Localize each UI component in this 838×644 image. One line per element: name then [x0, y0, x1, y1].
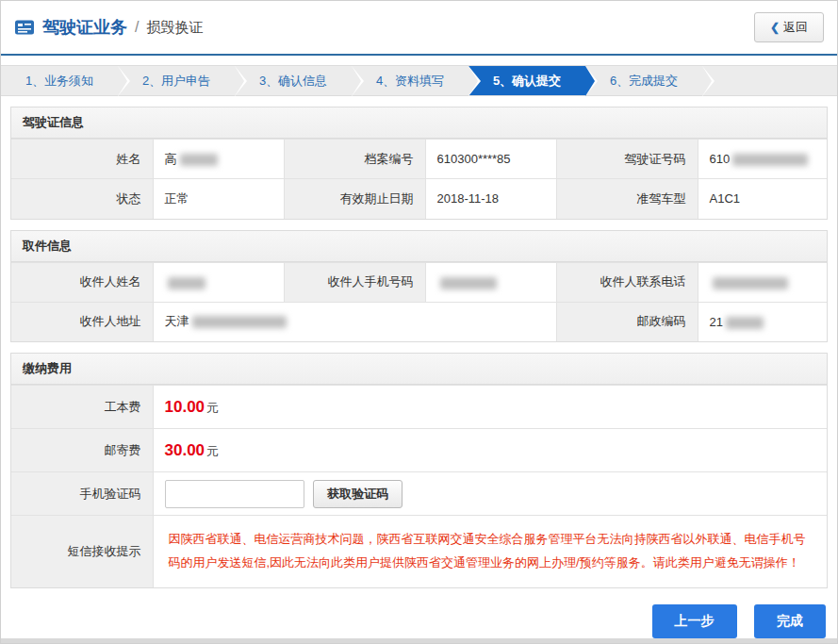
redaction-blur — [168, 277, 205, 289]
status-label: 状态 — [11, 179, 153, 219]
sms-notice-cell: 因陕西省联通、电信运营商技术问题，陕西省互联网交通安全综合服务管理平台无法向持陕… — [153, 516, 827, 587]
valid-until-label: 有效期止日期 — [284, 179, 425, 219]
production-fee-label: 工本费 — [11, 386, 153, 429]
redaction-blur — [732, 154, 808, 166]
sms-notice-text: 因陕西省联通、电信运营商技术问题，陕西省互联网交通安全综合服务管理平台无法向持陕… — [165, 519, 816, 584]
postal-code-value: 21 — [698, 302, 827, 341]
recipient-mobile-label: 收件人手机号码 — [284, 262, 425, 302]
sms-code-label: 手机验证码 — [11, 472, 153, 516]
table-row: 状态 正常 有效期止日期 2018-11-18 准驾车型 A1C1 — [11, 179, 827, 219]
verification-code-input[interactable] — [165, 480, 304, 508]
page-subtitle: 损毁换证 — [146, 19, 203, 37]
step-5-confirm-submit: 5、确认提交 — [468, 66, 585, 95]
recipient-name-value — [153, 262, 284, 302]
step-wizard: 1、业务须知 2、用户申告 3、确认信息 4、资料填写 5、确认提交 6、完成提… — [1, 65, 837, 96]
back-button[interactable]: ❮ 返回 — [754, 12, 824, 42]
license-info-title: 驾驶证信息 — [11, 107, 827, 139]
redaction-blur — [192, 316, 287, 328]
recipient-mobile-value — [425, 262, 556, 302]
table-row: 收件人地址 天津 邮政编码 21 — [11, 302, 827, 341]
breadcrumb: 驾驶证业务 / 损毁换证 — [14, 16, 203, 39]
production-fee-value: 10.00元 — [153, 386, 827, 429]
step-4-fill-data: 4、资料填写 — [352, 66, 468, 95]
table-row: 手机验证码 获取验证码 — [11, 472, 827, 516]
previous-step-button[interactable]: 上一步 — [652, 604, 737, 638]
postal-code-label: 邮政编码 — [556, 302, 698, 341]
table-row: 收件人姓名 收件人手机号码 收件人联系电话 — [11, 262, 827, 302]
valid-until-value: 2018-11-18 — [425, 179, 556, 219]
table-row: 短信接收提示 因陕西省联通、电信运营商技术问题，陕西省互联网交通安全综合服务管理… — [11, 516, 827, 587]
license-card-icon — [14, 19, 35, 36]
name-label: 姓名 — [11, 140, 153, 179]
back-button-label: 返回 — [783, 19, 808, 36]
table-row: 姓名 高 档案编号 610300****85 驾驶证号码 610 — [11, 140, 827, 179]
name-value: 高 — [153, 140, 284, 179]
get-code-button[interactable]: 获取验证码 — [313, 480, 403, 508]
redaction-blur — [440, 277, 497, 289]
status-value: 正常 — [153, 179, 284, 219]
recipient-phone-label: 收件人联系电话 — [556, 262, 698, 302]
table-row: 工本费 10.00元 — [11, 386, 827, 429]
redaction-blur — [726, 317, 764, 329]
pickup-info-panel: 取件信息 收件人姓名 收件人手机号码 收件人联系电话 收件人地址 天津 邮政编码… — [10, 230, 828, 343]
mailing-fee-value: 30.00元 — [153, 429, 827, 472]
page-bottom-edge — [1, 638, 837, 643]
sms-notice-label: 短信接收提示 — [11, 516, 153, 587]
file-no-value: 610300****85 — [425, 140, 556, 179]
finish-button[interactable]: 完成 — [754, 604, 826, 638]
page-title: 驾驶证业务 — [42, 16, 127, 39]
bottom-actions: 上一步 完成 — [1, 604, 826, 638]
file-no-label: 档案编号 — [284, 140, 425, 179]
fees-title: 缴纳费用 — [11, 354, 827, 385]
mailing-fee-label: 邮寄费 — [11, 429, 153, 472]
chevron-left-icon: ❮ — [770, 21, 780, 34]
redaction-blur — [180, 154, 218, 166]
license-info-table: 姓名 高 档案编号 610300****85 驾驶证号码 610 状态 正常 有… — [11, 139, 827, 219]
step-6-finish: 6、完成提交 — [585, 66, 702, 95]
fees-table: 工本费 10.00元 邮寄费 30.00元 手机验证码 获取验证码 短信接收提 — [11, 385, 827, 587]
pickup-info-table: 收件人姓名 收件人手机号码 收件人联系电话 收件人地址 天津 邮政编码 21 — [11, 262, 827, 342]
recipient-address-label: 收件人地址 — [11, 302, 153, 341]
breadcrumb-separator: / — [135, 19, 139, 36]
vehicle-type-value: A1C1 — [698, 179, 827, 219]
page: 驾驶证业务 / 损毁换证 ❮ 返回 1、业务须知 2、用户申告 3、确认信息 4… — [0, 0, 838, 644]
step-1-notice: 1、业务须知 — [1, 66, 118, 95]
sms-code-cell: 获取验证码 — [153, 472, 827, 516]
fees-panel: 缴纳费用 工本费 10.00元 邮寄费 30.00元 手机验证码 获取验证码 — [10, 353, 828, 588]
recipient-phone-value — [698, 262, 827, 302]
pickup-info-title: 取件信息 — [11, 231, 827, 262]
table-row: 邮寄费 30.00元 — [11, 429, 827, 472]
recipient-name-label: 收件人姓名 — [11, 262, 153, 302]
license-no-label: 驾驶证号码 — [556, 140, 698, 179]
license-no-value: 610 — [698, 140, 827, 179]
top-bar: 驾驶证业务 / 损毁换证 ❮ 返回 — [1, 1, 837, 56]
recipient-address-value: 天津 — [153, 302, 556, 341]
redaction-blur — [713, 277, 788, 289]
license-info-panel: 驾驶证信息 姓名 高 档案编号 610300****85 驾驶证号码 610 状… — [10, 107, 828, 220]
step-2-declaration: 2、用户申告 — [118, 66, 235, 95]
vehicle-type-label: 准驾车型 — [556, 179, 698, 219]
step-3-confirm-info: 3、确认信息 — [235, 66, 352, 95]
